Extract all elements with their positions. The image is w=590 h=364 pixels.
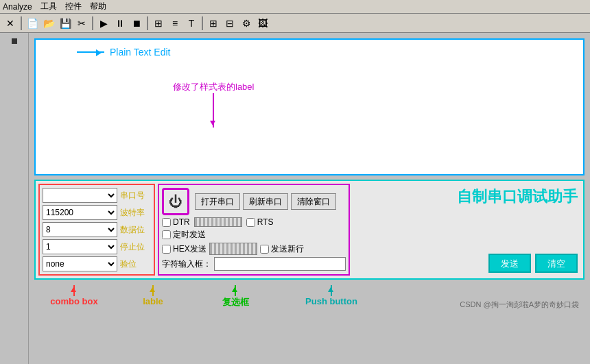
checkbox-arrow-line [235, 285, 236, 296]
checkbox-annotation: 复选框 [204, 285, 266, 308]
rts-checkbox[interactable] [246, 218, 255, 227]
send-button[interactable]: 发送 [488, 254, 531, 273]
baud-select[interactable]: 115200 [43, 205, 117, 220]
config-row-stop: 1 停止位 [43, 239, 151, 254]
annotation-line [213, 93, 214, 128]
baud-label: 波特率 [120, 207, 151, 219]
timer-checkbox[interactable] [162, 230, 171, 239]
dtr-checkbox-label[interactable]: DTR [162, 217, 190, 227]
combo-box-annotation: combo box [40, 285, 108, 306]
checkbox-label: 复选框 [222, 296, 249, 308]
config-row-baud: 115200 波特率 [43, 205, 151, 220]
push-arrow-line [331, 285, 332, 296]
stop-bits-select[interactable]: 1 [43, 239, 117, 254]
action-row: 发送 清空 [355, 254, 578, 273]
dtr-label-text: DTR [173, 217, 190, 227]
config-row-data: 8 数据位 [43, 222, 151, 237]
hex-checkbox-label[interactable]: HEX发送 [162, 243, 206, 255]
menu-controls[interactable]: 控件 [65, 1, 82, 12]
plain-text-edit-label: Plain Text Edit [77, 47, 170, 58]
image-icon[interactable]: 🖼 [255, 16, 270, 31]
dtr-checkbox[interactable] [162, 218, 171, 227]
newline-label-text: 发送新行 [271, 243, 304, 255]
align-icon[interactable]: ≡ [167, 16, 182, 31]
close-btn[interactable]: ✕ [3, 16, 18, 31]
pause-icon[interactable]: ⏹ [129, 16, 144, 31]
build-icon[interactable]: ▶ [96, 16, 111, 31]
lable-arrow-head [150, 284, 155, 292]
char-input-label: 字符输入框： [162, 258, 211, 270]
annotations-area: combo box lable 复选框 Pus [34, 284, 585, 310]
separator-1 [21, 16, 22, 30]
grid2-icon[interactable]: ⊟ [222, 16, 237, 31]
grid-icon[interactable]: ⊞ [151, 16, 166, 31]
title-text: 自制串口调试助手 [355, 186, 578, 207]
push-button-label: Push button [305, 296, 357, 306]
main-area: Plain Text Edit 修改了样式表的label 串口号 [0, 33, 590, 364]
config-panel: 串口号 115200 波特率 8 数据位 1 [38, 184, 155, 276]
workspace: Plain Text Edit 修改了样式表的label 串口号 [29, 33, 590, 364]
checkbox-arrow-head [232, 284, 237, 292]
power-symbol: ⏻ [169, 194, 182, 210]
new-icon[interactable]: 📄 [25, 16, 40, 31]
menu-analyze[interactable]: Analyze [3, 2, 32, 12]
separator-3 [147, 16, 148, 30]
push-arrow-head [328, 284, 333, 292]
hex-input [209, 243, 257, 255]
settings-icon[interactable]: ⚙ [239, 16, 254, 31]
power-icon-container[interactable]: ⏻ [162, 188, 189, 215]
bottom-panel: 串口号 115200 波特率 8 数据位 1 [34, 180, 585, 280]
hex-checkbox[interactable] [162, 245, 171, 254]
hex-row: HEX发送 发送新行 [162, 243, 346, 255]
annotation-arrow-head [210, 121, 215, 128]
plain-text-edit-text: Plain Text Edit [110, 47, 170, 58]
plain-text-edit-container: Plain Text Edit 修改了样式表的label [34, 38, 585, 175]
watermark: CSDN @掏一淘彭啦A梦的奇妙口袋 [460, 300, 579, 310]
timer-checkbox-label[interactable]: 定时发送 [162, 229, 206, 241]
char-input-row: 字符输入框： [162, 257, 346, 271]
lable-arrow-line [152, 285, 154, 296]
open-icon[interactable]: 📂 [41, 16, 56, 31]
title-panel: 自制串口调试助手 发送 清空 [353, 184, 580, 276]
dtr-progress [194, 217, 242, 227]
parity-label: 验位 [120, 258, 151, 270]
newline-checkbox[interactable] [260, 245, 269, 254]
serial-top-row: ⏻ 打开串口 刷新串口 清除窗口 [162, 188, 346, 215]
rts-checkbox-label[interactable]: RTS [246, 217, 274, 227]
char-input-field[interactable] [214, 257, 346, 271]
label-annotation-container: 修改了样式表的label [173, 81, 254, 128]
combo-arrow-line [73, 285, 75, 296]
run-icon[interactable]: ⏸ [113, 16, 128, 31]
menu-tools[interactable]: 工具 [40, 1, 57, 12]
refresh-port-button[interactable]: 刷新串口 [243, 193, 288, 210]
menu-help[interactable]: 帮助 [90, 1, 106, 12]
save-icon[interactable]: 💾 [58, 16, 73, 31]
table-icon[interactable]: ⊞ [206, 16, 221, 31]
data-bits-select[interactable]: 8 [43, 222, 117, 237]
scroll-handle[interactable] [12, 38, 17, 44]
dtr-rts-row: DTR RTS [162, 217, 346, 227]
combo-arrow-head [71, 284, 76, 292]
toolbar: ✕ 📄 📂 💾 ✂ ▶ ⏸ ⏹ ⊞ ≡ T ⊞ ⊟ ⚙ 🖼 [0, 14, 590, 33]
separator-2 [92, 16, 93, 30]
serial-buttons: 打开串口 刷新串口 清除窗口 [195, 193, 336, 210]
port-select[interactable] [43, 188, 117, 203]
combo-box-label: combo box [50, 296, 97, 306]
text-icon[interactable]: T [184, 16, 199, 31]
config-row-parity: none 验位 [43, 256, 151, 271]
config-row-port: 串口号 [43, 188, 151, 203]
port-label: 串口号 [120, 190, 151, 202]
hex-label-text: HEX发送 [173, 243, 206, 255]
separator-4 [202, 16, 203, 30]
clear-window-button[interactable]: 清除窗口 [291, 193, 336, 210]
cut-icon[interactable]: ✂ [74, 16, 89, 31]
open-port-button[interactable]: 打开串口 [195, 193, 240, 210]
menu-bar: Analyze 工具 控件 帮助 [0, 0, 590, 14]
label-annotation-text: 修改了样式表的label [173, 81, 254, 93]
newline-checkbox-label[interactable]: 发送新行 [260, 243, 304, 255]
serial-panel: ⏻ 打开串口 刷新串口 清除窗口 DTR [158, 184, 350, 276]
parity-select[interactable]: none [43, 256, 117, 271]
push-button-annotation: Push button [294, 285, 369, 306]
clear-button[interactable]: 清空 [535, 254, 578, 273]
arrow-icon [77, 51, 104, 53]
